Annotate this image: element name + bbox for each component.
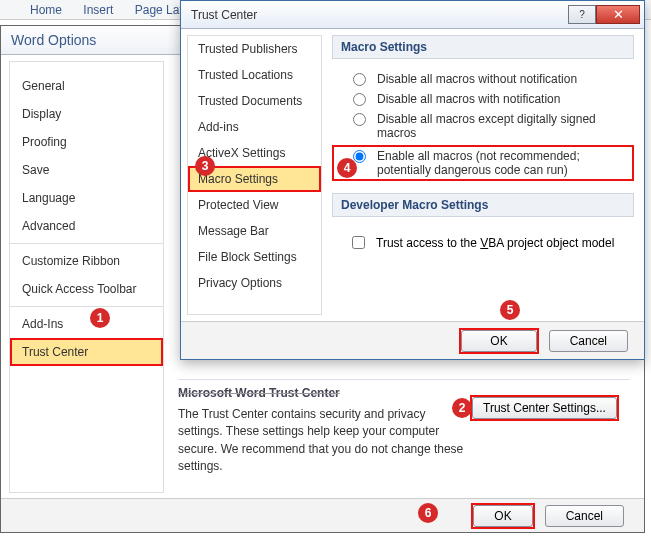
radio-label: Disable all macros without notification [377,72,577,86]
trust-center-title: Trust Center [191,8,568,22]
tc-item-file-block[interactable]: File Block Settings [188,244,321,270]
sidebar-item-trust-center[interactable]: Trust Center [10,338,163,366]
radio-disable-except-signed-input[interactable] [353,113,366,126]
trust-center-window: Trust Center ? ✕ Trusted Publishers Trus… [180,0,645,360]
step-badge-6: 6 [418,503,438,523]
radio-disable-except-signed[interactable]: Disable all macros except digitally sign… [332,109,634,143]
tc-item-protected-view[interactable]: Protected View [188,192,321,218]
step-badge-1: 1 [90,308,110,328]
tc-item-trusted-locations[interactable]: Trusted Locations [188,62,321,88]
sidebar-item-language[interactable]: Language [10,184,163,212]
trust-center-settings-button[interactable]: Trust Center Settings... [472,397,617,419]
step-badge-2: 2 [452,398,472,418]
word-options-footer: OK Cancel [1,498,644,532]
radio-label: Disable all macros with notification [377,92,560,106]
step-badge-3: 3 [195,156,215,176]
close-button[interactable]: ✕ [596,5,640,24]
vba-trust-checkbox-row[interactable]: Trust access to the VBA project object m… [332,227,634,252]
radio-disable-with-notify[interactable]: Disable all macros with notification [332,89,634,109]
trust-center-titlebar: Trust Center ? ✕ [181,1,644,29]
sidebar-item-display[interactable]: Display [10,100,163,128]
tc-item-addins[interactable]: Add-ins [188,114,321,140]
tc-item-trusted-documents[interactable]: Trusted Documents [188,88,321,114]
trust-center-ok-button[interactable]: OK [461,330,536,352]
tc-item-privacy[interactable]: Privacy Options [188,270,321,296]
ribbon-tab-home[interactable]: Home [30,0,62,20]
sidebar-item-save[interactable]: Save [10,156,163,184]
radio-label: Disable all macros except digitally sign… [377,112,634,140]
trust-center-content: Macro Settings Disable all macros withou… [328,29,644,321]
trust-center-cancel-button[interactable]: Cancel [549,330,628,352]
vba-trust-label: Trust access to the VBA project object m… [376,236,614,250]
step-badge-5: 5 [500,300,520,320]
trust-center-description: The Trust Center contains security and p… [178,406,468,476]
radio-disable-no-notify-input[interactable] [353,73,366,86]
trust-center-footer: OK Cancel [181,321,644,359]
radio-label: Enable all macros (not recommended; pote… [377,149,628,177]
sidebar-item-proofing[interactable]: Proofing [10,128,163,156]
sidebar-item-qat[interactable]: Quick Access Toolbar [10,275,163,303]
sidebar-item-general[interactable]: General [10,72,163,100]
help-button[interactable]: ? [568,5,596,24]
radio-disable-no-notify[interactable]: Disable all macros without notification [332,69,634,89]
macro-settings-group: Macro Settings [332,35,634,59]
ribbon-tab-pagelayout[interactable]: Page Lay [135,0,186,20]
radio-disable-with-notify-input[interactable] [353,93,366,106]
sidebar-item-advanced[interactable]: Advanced [10,212,163,240]
sidebar-item-addins[interactable]: Add-Ins [10,306,163,338]
developer-macro-group: Developer Macro Settings [332,193,634,217]
ribbon-tab-insert[interactable]: Insert [83,0,113,20]
tc-item-message-bar[interactable]: Message Bar [188,218,321,244]
tc-item-trusted-publishers[interactable]: Trusted Publishers [188,36,321,62]
word-options-cancel-button[interactable]: Cancel [545,505,624,527]
radio-enable-all[interactable]: Enable all macros (not recommended; pote… [332,145,634,181]
word-options-sidebar: General Display Proofing Save Language A… [9,61,164,493]
sidebar-item-customize-ribbon[interactable]: Customize Ribbon [10,243,163,275]
vba-trust-checkbox[interactable] [352,236,365,249]
word-options-ok-button[interactable]: OK [473,505,532,527]
trust-center-settings-highlight: Trust Center Settings... [470,395,619,421]
step-badge-4: 4 [337,158,357,178]
